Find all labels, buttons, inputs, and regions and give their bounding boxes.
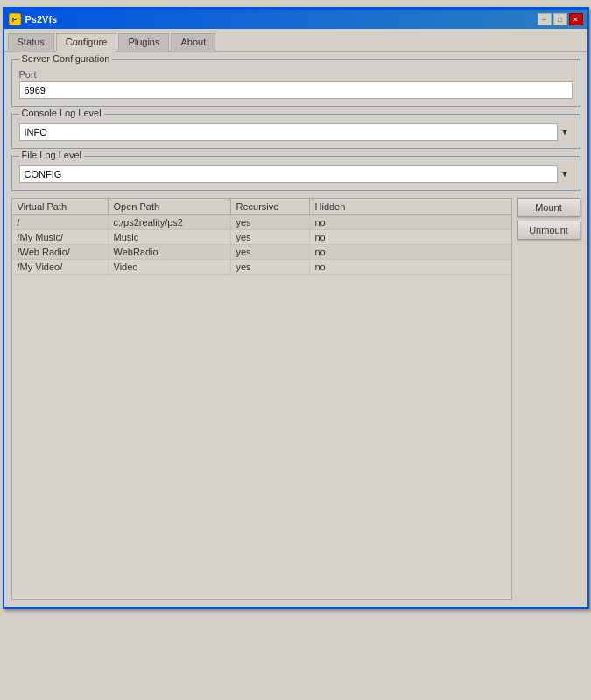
file-log-select-wrapper: CONFIG INFO DEBUG WARNING ERROR ▼ [19,165,573,183]
minimize-button[interactable]: − [538,13,552,25]
cell-hidden-3: no [310,260,511,274]
cell-recursive-0: yes [231,215,310,229]
console-log-legend: Console Log Level [19,108,104,118]
port-input[interactable] [19,81,573,99]
title-bar-left: P Ps2Vfs [9,13,58,25]
unmount-button[interactable]: Unmount [517,220,580,240]
cell-open-0: c:/ps2reality/ps2 [109,215,231,229]
main-window: P Ps2Vfs − □ ✕ Status Configure Plugins … [3,7,589,609]
tab-configure[interactable]: Configure [56,33,117,52]
console-log-select[interactable]: INFO DEBUG WARNING ERROR [19,123,573,141]
cell-open-1: Music [109,230,231,244]
cell-recursive-3: yes [231,260,310,274]
maximize-button[interactable]: □ [553,13,567,25]
file-log-group: File Log Level CONFIG INFO DEBUG WARNING… [11,156,580,191]
col-header-open: Open Path [109,199,231,214]
cell-recursive-2: yes [231,245,310,259]
tab-status[interactable]: Status [8,33,54,52]
tab-plugins[interactable]: Plugins [118,33,169,52]
title-buttons: − □ ✕ [538,13,583,25]
button-panel: Mount Unmount [517,198,580,600]
mount-table: Virtual Path Open Path Recursive Hidden … [11,198,512,600]
cell-virtual-0: / [12,215,109,229]
console-log-group: Console Log Level INFO DEBUG WARNING ERR… [11,114,580,149]
table-row[interactable]: /My Music/ Music yes no [12,230,511,245]
window-title: Ps2Vfs [25,14,58,24]
cell-virtual-1: /My Music/ [12,230,109,244]
cell-open-2: WebRadio [109,245,231,259]
cell-virtual-2: /Web Radio/ [12,245,109,259]
title-bar: P Ps2Vfs − □ ✕ [4,10,587,29]
col-header-recursive: Recursive [231,199,310,214]
console-log-select-wrapper: INFO DEBUG WARNING ERROR ▼ [19,123,573,141]
tab-about[interactable]: About [171,33,215,52]
cell-virtual-3: /My Video/ [12,260,109,274]
server-config-legend: Server Configuration [19,53,113,64]
file-log-legend: File Log Level [19,150,85,160]
main-panel: Virtual Path Open Path Recursive Hidden … [11,198,580,600]
app-icon: P [9,13,21,25]
cell-hidden-2: no [310,245,511,259]
table-row[interactable]: /My Video/ Video yes no [12,260,511,275]
port-label: Port [19,69,573,80]
cell-hidden-0: no [310,215,511,229]
mount-button[interactable]: Mount [517,198,580,217]
col-header-hidden: Hidden [310,199,511,214]
col-header-virtual: Virtual Path [12,199,109,214]
content-area: Server Configuration Port Console Log Le… [4,52,587,607]
cell-hidden-1: no [310,230,511,244]
tab-bar: Status Configure Plugins About [4,29,587,52]
table-header: Virtual Path Open Path Recursive Hidden [12,199,511,215]
cell-open-3: Video [109,260,231,274]
file-log-select[interactable]: CONFIG INFO DEBUG WARNING ERROR [19,165,573,183]
cell-recursive-1: yes [231,230,310,244]
table-row[interactable]: / c:/ps2reality/ps2 yes no [12,215,511,230]
table-row[interactable]: /Web Radio/ WebRadio yes no [12,245,511,260]
server-config-group: Server Configuration Port [11,60,580,107]
close-button[interactable]: ✕ [569,13,583,25]
